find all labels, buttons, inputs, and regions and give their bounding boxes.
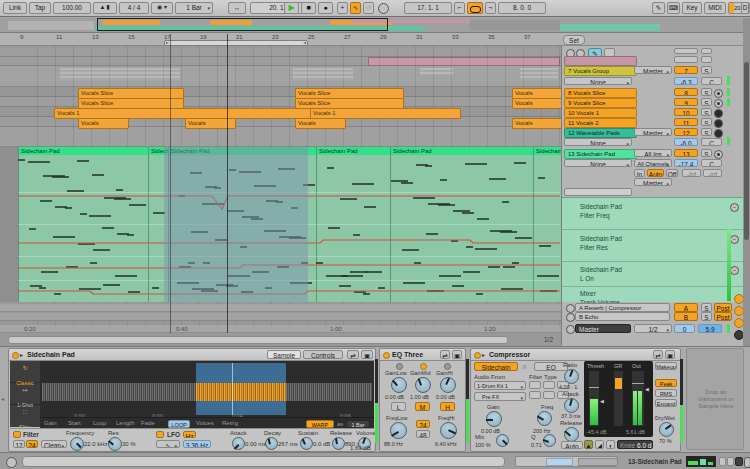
track13-input-channel-select[interactable]: All Channels [634, 159, 672, 167]
re-enable-automation-button[interactable]: ↺ [363, 2, 374, 14]
track7-solo-button[interactable]: S [701, 66, 712, 74]
hot-swap-icon[interactable]: ⇄ [440, 350, 450, 359]
midi-overdub-button[interactable]: + [337, 2, 348, 14]
track12-arm-button[interactable] [714, 129, 723, 138]
track-name-pink[interactable] [564, 56, 637, 66]
device-drop-zone[interactable]: Drop an Instrument or Sample Here [686, 348, 744, 450]
lane-param-label[interactable]: Filter Res [580, 244, 608, 251]
track-name-sidechain-pad[interactable]: 13 Sidechain Pad [564, 149, 637, 159]
track-name-wavetable-pads[interactable]: 12 Wavetable Pads [564, 128, 637, 138]
track12-volume-field[interactable]: -6.0 [674, 138, 698, 146]
save-preset-icon[interactable]: ▣ [665, 350, 675, 359]
track12-device-chooser[interactable]: None [564, 138, 632, 146]
gain-low-value[interactable]: 0.00 dB [385, 394, 404, 401]
freq-low-knob[interactable] [390, 422, 407, 439]
master-name[interactable]: Master [575, 324, 631, 333]
gain-low-knob[interactable] [391, 377, 407, 393]
return-b-letter[interactable]: B [674, 312, 698, 321]
return-a-post-toggle[interactable]: Post [714, 303, 732, 312]
release-knob[interactable] [564, 427, 579, 442]
clip-vocals[interactable]: Vocals [185, 118, 236, 129]
master-pan-field[interactable]: 0 [674, 324, 695, 333]
attack-value[interactable]: 37.3 ms [561, 413, 581, 420]
track12-solo-button[interactable]: S [701, 128, 712, 136]
record-button[interactable]: ● [318, 2, 333, 14]
track-mixer-chip[interactable] [674, 56, 698, 63]
filter-slope-24[interactable]: 24 [26, 440, 38, 448]
track13-arm-button[interactable] [714, 150, 723, 159]
stop-button[interactable]: ■ [301, 2, 316, 14]
fold-device-icon[interactable]: ▸ [482, 351, 485, 359]
follow-button[interactable]: ↔ [228, 2, 246, 14]
loop-button[interactable] [467, 2, 483, 14]
transfer-curve-icon[interactable]: ◢ [595, 440, 604, 449]
sidechain-listen-icon[interactable]: ∩ [522, 363, 527, 371]
out-arrow-icon[interactable]: ◀ [645, 385, 649, 393]
slope-24-button[interactable]: 24 [416, 420, 430, 428]
lfo-rate-field[interactable]: 3.36 Hz [183, 440, 211, 448]
loop-toggle[interactable]: LOOP [168, 420, 190, 428]
master-fold-icon[interactable] [566, 325, 575, 334]
peak-mode-button[interactable]: Peak [655, 379, 677, 387]
sc-q-knob[interactable] [543, 434, 556, 447]
return-b-solo[interactable]: S [701, 312, 712, 321]
knee-field[interactable]: Knee 6.0 dB [617, 440, 653, 449]
tab-sample[interactable]: Sample [267, 350, 301, 359]
tap-tempo-button[interactable]: Tap [29, 2, 51, 14]
send-a-field[interactable]: -inf [682, 169, 701, 177]
ratio-knob[interactable] [564, 369, 579, 384]
computer-midi-keyboard-button[interactable]: ⌨ [667, 2, 680, 14]
filter-res-knob[interactable] [108, 437, 122, 451]
fold-device-icon[interactable]: ▸ [20, 351, 23, 359]
filter-freq-value[interactable]: 22.0 kHz [84, 441, 108, 448]
decay-knob[interactable] [265, 437, 278, 450]
auto-release-toggle[interactable]: Auto [561, 441, 583, 449]
clip-vocals[interactable]: Vocals [78, 118, 129, 129]
filter-freq-knob[interactable] [70, 437, 84, 451]
track11-arm-button[interactable] [714, 119, 723, 128]
out-meter[interactable] [632, 371, 644, 426]
return-a-solo[interactable]: S [701, 303, 712, 312]
lfo-wave-select[interactable]: ∿ [156, 440, 180, 448]
sidechain-point-select[interactable]: Pre FX [474, 392, 526, 401]
track8-arm-button[interactable] [714, 89, 723, 98]
insert-marker[interactable] [227, 34, 228, 333]
clip-mini-display[interactable] [686, 456, 716, 467]
eq-three-title-bar[interactable]: EQ Three ⇄ ▣ [380, 349, 465, 361]
monitor-off-button[interactable]: Off [666, 169, 678, 177]
track-mixer-chip[interactable] [701, 48, 712, 54]
lane-param-label[interactable]: Filter Freq [580, 212, 610, 219]
gain-mid-knob[interactable] [415, 377, 431, 393]
track-name-vocals-group[interactable]: 7 Vocals Group [564, 66, 637, 76]
tempo-field[interactable]: 100.00 [53, 2, 91, 14]
beat-time-ruler[interactable]: 91113151719212325272931333537 Set [0, 33, 750, 46]
lfo-hz-toggle[interactable]: Hz [183, 431, 196, 438]
arrangement-overview[interactable] [0, 18, 750, 33]
track8-solo-button[interactable]: S [701, 88, 712, 96]
warp-toggle[interactable]: WARP [306, 420, 334, 428]
device-view-fold-icon[interactable]: ◂ [1, 395, 4, 403]
drywet-knob[interactable] [659, 422, 674, 437]
remove-lane-icon[interactable]: − [730, 266, 739, 275]
filter-shape-button[interactable] [529, 381, 541, 389]
track13-number[interactable]: 13 [674, 149, 698, 157]
automation-arm-button[interactable]: ∿ [350, 2, 361, 14]
sc-gain-knob[interactable] [486, 411, 502, 427]
metronome-icon[interactable]: ▲▮ [93, 2, 117, 14]
save-preset-icon[interactable]: ▣ [361, 350, 373, 359]
filter-res-value[interactable]: 30 % [122, 441, 136, 448]
band-l-button[interactable]: L [391, 402, 406, 411]
track7-output-select[interactable]: Master [634, 66, 672, 74]
track13-output-select[interactable]: Master [634, 178, 672, 186]
track9-arm-button[interactable] [714, 99, 723, 108]
thresh-value[interactable]: -45.4 dB [586, 429, 607, 436]
remove-lane-icon[interactable]: − [730, 235, 739, 244]
horizontal-scrollbar-track[interactable] [515, 456, 618, 467]
device-on-toggle[interactable] [474, 352, 481, 359]
link-button[interactable]: Link [3, 2, 27, 14]
monitor-in-button[interactable]: In [634, 169, 645, 177]
track-name-vocals-slice-9[interactable]: 9 Vocals Slice [564, 98, 637, 108]
attack-knob[interactable] [564, 398, 579, 413]
master-grid-select[interactable]: 1/2 [634, 324, 672, 333]
hot-swap-icon[interactable]: ⇄ [653, 350, 663, 359]
